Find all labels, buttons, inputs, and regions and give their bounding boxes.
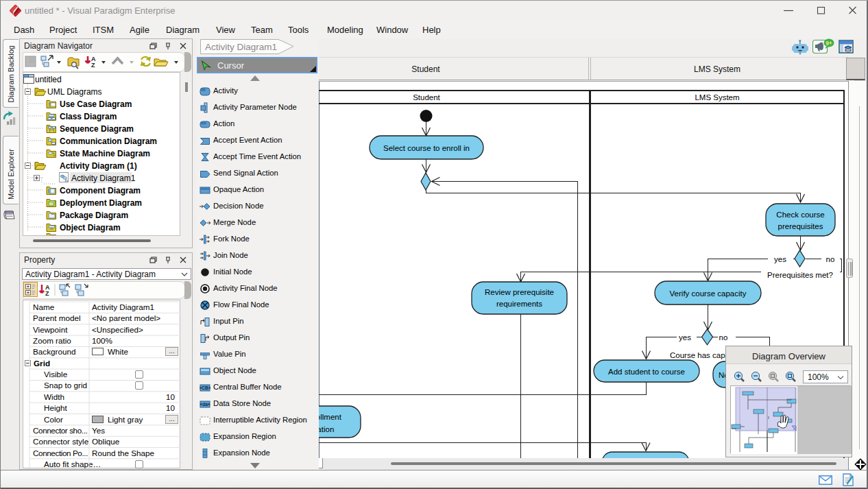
svg-text:Select course to enroll in: Select course to enroll in	[383, 144, 470, 152]
svg-text:«CB»: «CB»	[200, 385, 210, 390]
svg-text:yes: yes	[774, 255, 786, 263]
svg-text:Verify course capacity: Verify course capacity	[670, 289, 747, 298]
svg-text:prerequisites: prerequisites	[778, 222, 823, 230]
svg-text:Send enrollment: Send enrollment	[319, 413, 342, 421]
svg-text:Prerequisites met?: Prerequisites met?	[767, 271, 833, 279]
svg-text:Z: Z	[45, 290, 49, 297]
svg-text:«da»: «da»	[200, 402, 210, 407]
svg-text:Review prerequisite: Review prerequisite	[485, 288, 554, 296]
svg-text:yes: yes	[679, 333, 691, 342]
svg-text:LMS System: LMS System	[695, 93, 739, 102]
svg-text:Z: Z	[91, 62, 95, 69]
svg-text:no: no	[719, 333, 728, 342]
svg-text:confirmation: confirmation	[319, 425, 334, 433]
svg-text:requirements: requirements	[496, 300, 542, 308]
svg-text:Add student to course: Add student to course	[608, 368, 685, 376]
svg-text:Student: Student	[413, 93, 440, 102]
svg-text:9+: 9+	[825, 40, 832, 47]
svg-text:Check course: Check course	[776, 211, 824, 219]
svg-text:no: no	[826, 255, 835, 263]
svg-text:Activity Diagram1: Activity Diagram1	[205, 42, 277, 52]
